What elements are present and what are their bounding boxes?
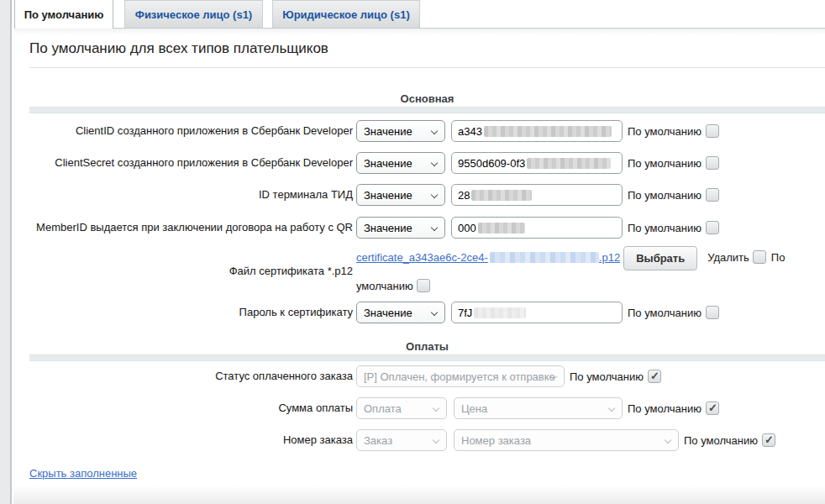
select-value: Значение <box>364 307 412 319</box>
default-checkbox-cert-password[interactable] <box>706 306 719 319</box>
select-value: Номер заказа <box>461 434 531 447</box>
masked-value <box>471 190 532 201</box>
default-label: По умолчанию <box>628 189 702 202</box>
default-label: По умолчанию <box>628 125 702 138</box>
tabbar-shadow <box>14 29 825 35</box>
masked-value <box>484 126 612 137</box>
field-label-cert-password: Пароль к сертификату <box>29 297 353 328</box>
field-label-member-id: MemberID выдается при заключении договор… <box>29 212 353 244</box>
tab-individual-label: Физическое лицо (s1) <box>135 8 252 21</box>
terminal-id-input[interactable]: 28 <box>451 184 623 206</box>
section-bar-basic <box>29 107 825 113</box>
chevron-down-icon <box>433 437 439 444</box>
order-number-select1[interactable]: Заказ <box>356 429 447 451</box>
default-label: По умолчанию <box>628 307 702 319</box>
default-option-cert-password: По умолчанию <box>628 297 719 328</box>
default-option-member-id: По умолчанию <box>628 212 719 244</box>
field-label-terminal-id: ID терминала ТИД <box>29 179 353 211</box>
chevron-down-icon <box>665 437 671 444</box>
delete-label: Удалить <box>707 251 749 264</box>
default-label: По умолчанию <box>684 434 758 447</box>
row-order-number: Номер заказа Заказ Номер заказа По умолч… <box>29 424 825 456</box>
masked-value <box>478 223 525 234</box>
chevron-down-icon <box>431 160 438 166</box>
default-checkbox-payment-sum[interactable] <box>706 402 719 415</box>
masked-value <box>474 307 526 318</box>
default-option-paid-status: По умолчанию <box>570 360 661 392</box>
tab-default-label: По умолчанию <box>24 8 104 21</box>
default-label: По умолчанию <box>570 370 644 383</box>
select-value: Оплата <box>364 402 402 415</box>
select-value: Значение <box>364 157 412 170</box>
input-value: a343 <box>458 125 482 138</box>
hide-filled-link[interactable]: Скрыть заполненные <box>29 467 137 480</box>
delete-checkbox-certificate[interactable] <box>753 250 766 264</box>
terminal-id-type-select[interactable]: Значение <box>356 184 445 206</box>
chevron-down-icon <box>431 309 438 316</box>
masked-value <box>527 158 611 169</box>
select-value: Заказ <box>364 434 392 447</box>
input-value: 9550d609-0f3 <box>458 157 525 170</box>
row-clientsecret: ClientSecret созданного приложения в Сбе… <box>29 147 825 179</box>
chevron-down-icon <box>431 224 438 231</box>
default-option-clientsecret: По умолчанию <box>628 147 719 179</box>
default-option-terminal-id: По умолчанию <box>628 179 719 211</box>
page-title: По умолчанию для всех типов плательщиков <box>29 40 328 57</box>
default-checkbox-paid-status[interactable] <box>648 370 661 383</box>
masked-value <box>490 252 599 263</box>
row-payment-sum: Сумма оплаты Оплата Цена По умолчанию <box>29 392 825 424</box>
certificate-cell: certificate_a343ae6c-2ce4-.p12ВыбратьУда… <box>356 244 795 301</box>
select-value: Значение <box>364 189 412 202</box>
input-value: 000 <box>458 222 476 234</box>
payment-sum-select2[interactable]: Цена <box>454 397 623 419</box>
member-id-input[interactable]: 000 <box>451 217 623 239</box>
tab-individual[interactable]: Физическое лицо (s1) <box>124 0 263 28</box>
row-clientid: ClientID созданного приложения в Сбербан… <box>29 115 825 147</box>
clientsecret-type-select[interactable]: Значение <box>356 152 445 174</box>
default-checkbox-clientid[interactable] <box>706 124 719 138</box>
certificate-file-link[interactable]: certificate_a343ae6c-2ce4-.p12 <box>356 251 620 264</box>
select-value: Значение <box>364 125 412 138</box>
default-checkbox-certificate[interactable] <box>417 279 430 292</box>
tab-legal[interactable]: Юридическое лицо (s1) <box>272 0 420 28</box>
clientsecret-input[interactable]: 9550d609-0f3 <box>451 152 623 174</box>
clientid-type-select[interactable]: Значение <box>356 120 445 142</box>
tab-default[interactable]: По умолчанию <box>14 0 113 29</box>
section-title-basic: Основная <box>29 92 825 105</box>
default-checkbox-clientsecret[interactable] <box>706 156 719 170</box>
choose-file-button[interactable]: Выбрать <box>623 246 697 270</box>
default-label: По умолчанию <box>628 222 702 234</box>
cert-password-type-select[interactable]: Значение <box>356 302 445 323</box>
table-top-border <box>29 67 825 68</box>
tab-legal-label: Юридическое лицо (s1) <box>282 8 409 21</box>
section-title-payments: Оплаты <box>29 340 825 353</box>
cert-password-input[interactable]: 7fJ <box>451 302 623 323</box>
default-label: По умолчанию <box>628 402 702 415</box>
clientid-input[interactable]: a343 <box>451 120 623 142</box>
default-checkbox-terminal-id[interactable] <box>706 188 719 202</box>
certificate-link-prefix: certificate_a343ae6c-2ce4- <box>356 251 488 264</box>
member-id-type-select[interactable]: Значение <box>356 217 445 239</box>
row-certificate-file: Файл сертификата *.p12 certificate_a343a… <box>29 244 825 299</box>
paid-status-select[interactable]: [P] Оплачен, формируется к отправке <box>356 365 565 387</box>
field-label-clientid: ClientID созданного приложения в Сбербан… <box>29 115 353 147</box>
page-left-edge <box>0 0 12 504</box>
input-value: 28 <box>458 189 470 202</box>
bottom-fade <box>13 486 825 504</box>
certificate-link-suffix: .p12 <box>599 251 620 264</box>
default-option-order-number: По умолчанию <box>684 424 775 456</box>
default-checkbox-order-number[interactable] <box>762 433 775 447</box>
chevron-down-icon <box>431 128 438 134</box>
tabbar-divider <box>14 28 825 29</box>
row-certificate-password: Пароль к сертификату Значение 7fJ По умо… <box>29 297 825 328</box>
default-option-payment-sum: По умолчанию <box>628 392 719 424</box>
chevron-down-icon <box>433 405 439 412</box>
field-label-clientsecret: ClientSecret созданного приложения в Сбе… <box>29 147 353 179</box>
default-checkbox-member-id[interactable] <box>706 221 719 234</box>
row-terminal-id: ID терминала ТИД Значение 28 По умолчани… <box>29 179 825 211</box>
order-number-select2[interactable]: Номер заказа <box>454 429 679 451</box>
chevron-down-icon <box>608 405 615 412</box>
select-value: Значение <box>364 222 412 234</box>
select-value: [P] Оплачен, формируется к отправке <box>364 370 555 383</box>
payment-sum-select1[interactable]: Оплата <box>356 397 447 419</box>
